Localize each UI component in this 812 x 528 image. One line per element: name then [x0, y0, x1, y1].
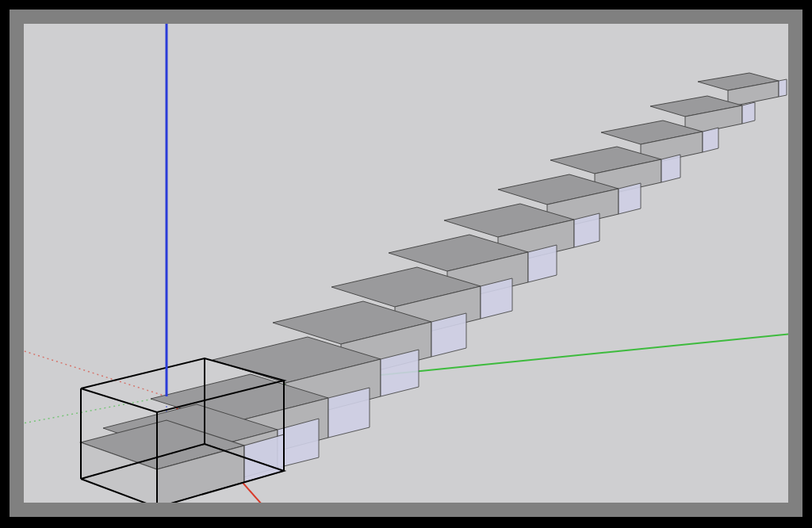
svg-marker-11: [661, 155, 680, 182]
window-outer-frame: [0, 0, 812, 528]
svg-marker-5: [742, 102, 755, 124]
scene-svg: [24, 24, 788, 503]
svg-marker-17: [574, 213, 599, 247]
axis-x-negative: [24, 341, 167, 396]
window-inner-frame: [10, 10, 802, 517]
staircase-model[interactable]: [81, 73, 787, 503]
svg-marker-8: [703, 128, 718, 152]
svg-marker-2: [779, 79, 787, 97]
modeling-viewport[interactable]: [24, 24, 788, 503]
svg-marker-14: [619, 183, 641, 214]
